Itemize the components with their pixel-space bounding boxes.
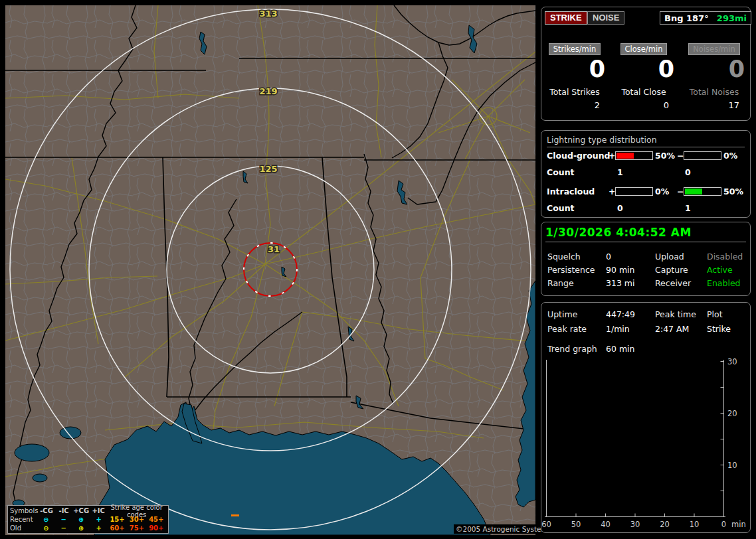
map-canvas[interactable]: 313 219 125 31 (5, 5, 535, 535)
trend-graph-value: 60 min (606, 344, 634, 354)
strikes-column: Strikes/min 0 Total Strikes 2 (543, 42, 607, 110)
squelch-label: Squelch (547, 252, 581, 262)
plus-sign: + (609, 187, 615, 196)
age-60: 60+ (108, 524, 127, 532)
status-row: Persistence 90 min Capture Active (547, 265, 747, 275)
x-tick-10: 10 (690, 520, 700, 529)
intracloud-row: Intracloud + 0% − 50% (547, 187, 747, 197)
squelch-value: 0 (606, 252, 611, 262)
session-row: Uptime 447:49 Peak time Plot (547, 309, 747, 320)
old-neg-cg-icon: ⊖ (37, 524, 54, 532)
app-window: { "colors": { "accent_green": "#00ff00",… (0, 0, 756, 539)
strike-toggle-button[interactable]: STRIKE (545, 11, 587, 25)
x-tick-20: 20 (660, 520, 670, 529)
cg-count-label: Count (547, 167, 575, 177)
cloud-ground-row: Cloud-ground + 50% − 0% (547, 151, 747, 161)
upload-value: Disabled (707, 252, 743, 262)
y-tick-10: 10 (727, 461, 737, 470)
strikes-per-min-label: Strikes/min (549, 43, 601, 55)
ic-negative-pct: 50% (723, 187, 743, 196)
x-tick-40: 40 (601, 520, 611, 529)
legend-old-row: Old ⊖ − ⊕ + 60+ 75+ 90+ (10, 524, 166, 532)
noises-per-min-value: 0 (682, 56, 746, 82)
peak-rate-value: 1/min (606, 324, 630, 334)
intracloud-count-row: Count 0 1 (547, 203, 747, 214)
session-panel: Uptime 447:49 Peak time Plot Peak rate 1… (541, 302, 751, 533)
uptime-label: Uptime (547, 309, 577, 319)
old-pos-cg-icon: ⊕ (72, 524, 90, 532)
legend-col-neg-ic: -IC (55, 507, 72, 514)
plot-type-value: Strike (707, 324, 731, 334)
age-15: 15+ (108, 516, 127, 523)
recent-pos-cg-icon: ⊕ (72, 516, 90, 523)
copyright-text: ©2005 Astrogenic Systems (454, 524, 553, 534)
cg-negative-bar (684, 151, 722, 160)
old-pos-ic-icon: + (90, 524, 107, 532)
legend-header-row: Symbols -CG -IC +CG +IC Strike age color… (10, 506, 166, 515)
map-legend: Symbols -CG -IC +CG +IC Strike age color… (7, 505, 169, 534)
noises-per-min-label: Noises/min (688, 43, 739, 55)
cloud-ground-label: Cloud-ground (547, 151, 611, 161)
trend-graph-row: Trend graph 60 min (547, 344, 747, 354)
cg-positive-bar (615, 151, 654, 160)
intracloud-label: Intracloud (547, 187, 595, 196)
distance-value: 293mi (717, 13, 747, 23)
x-tick-0: 0 (721, 520, 726, 529)
ring-label-125: 125 (259, 164, 277, 174)
x-tick-60: 60 (541, 520, 551, 529)
distribution-title: Lightning type distribution (547, 135, 745, 147)
total-close-label: Total Close (612, 87, 676, 97)
peak-time-value: 2:47 AM (655, 324, 689, 334)
persistence-label: Persistence (547, 265, 595, 275)
range-value: 313 mi (606, 278, 634, 288)
upload-label: Upload (655, 252, 684, 262)
minus-sign: − (677, 187, 684, 196)
legend-recent-label: Recent (10, 516, 37, 523)
x-tick-30: 30 (630, 520, 640, 529)
ring-label-31: 31 (268, 244, 280, 254)
plus-sign: + (609, 151, 615, 161)
strike-symbol-ic-minus (231, 514, 239, 516)
plot-label: Plot (707, 309, 723, 319)
x-tick-50: 50 (571, 520, 581, 529)
peak-time-label: Peak time (655, 309, 696, 319)
total-noises-label: Total Noises (682, 87, 746, 97)
status-panel: 1/30/2026 4:04:52 AM Squelch 0 Upload Di… (541, 222, 751, 296)
total-strikes-label: Total Strikes (543, 87, 607, 97)
status-row: Range 313 mi Receiver Enabled (547, 278, 747, 289)
legend-recent-row: Recent ⊖ − ⊕ + 15+ 30+ 45+ (10, 515, 166, 524)
recent-neg-cg-icon: ⊖ (37, 516, 54, 523)
legend-symbols-header: Symbols (10, 507, 38, 514)
legend-col-pos-ic: +IC (90, 507, 107, 514)
y-tick-20: 20 (727, 409, 737, 418)
bearing-value: Bng 187° (664, 13, 709, 23)
noise-toggle-button[interactable]: NOISE (587, 11, 624, 25)
ring-label-219: 219 (259, 86, 277, 96)
ic-positive-bar (615, 187, 654, 196)
trend-graph-label: Trend graph (547, 344, 597, 354)
status-row: Squelch 0 Upload Disabled (547, 252, 747, 262)
age-30: 30+ (127, 516, 146, 523)
trend-graph-chart: 60 50 40 30 20 10 0 min 10 20 30 (541, 356, 750, 532)
range-label: Range (547, 278, 574, 288)
receiver-label: Receiver (655, 278, 691, 288)
y-tick-30: 30 (727, 357, 737, 366)
total-close-value: 0 (612, 100, 676, 110)
minus-sign: − (677, 151, 684, 161)
cg-positive-pct: 50% (655, 151, 675, 161)
ic-positive-count: 0 (617, 203, 623, 213)
age-45: 45+ (147, 516, 166, 523)
ic-negative-count: 1 (685, 203, 691, 213)
datetime-display: 1/30/2026 4:04:52 AM (545, 226, 746, 242)
age-75: 75+ (127, 524, 146, 532)
close-column: Close/min 0 Total Close 0 (612, 42, 676, 110)
distribution-panel: Lightning type distribution Cloud-ground… (541, 130, 751, 218)
uptime-value: 447:49 (606, 309, 635, 319)
legend-col-pos-cg: +CG (72, 507, 90, 514)
strikes-per-min-value: 0 (543, 56, 607, 82)
cloud-ground-count-row: Count 1 0 (547, 167, 747, 178)
legend-old-label: Old (10, 524, 37, 532)
capture-label: Capture (655, 265, 688, 275)
session-row: Peak rate 1/min 2:47 AM Strike (547, 324, 747, 335)
ic-negative-bar (684, 187, 722, 196)
